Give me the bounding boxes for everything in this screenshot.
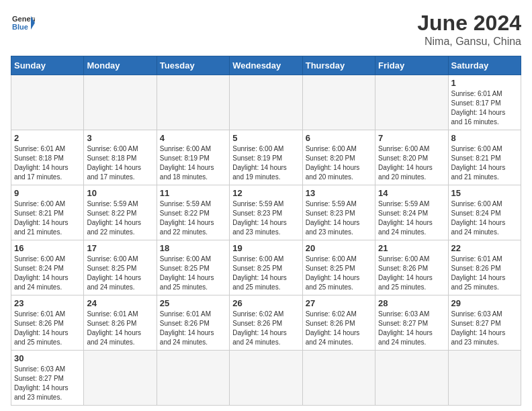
day-info: Sunrise: 6:00 AM Sunset: 8:24 PM Dayligh…	[451, 199, 518, 237]
location-subtitle: Nima, Gansu, China	[417, 36, 521, 48]
day-number: 11	[160, 188, 226, 198]
day-number: 12	[232, 188, 299, 198]
logo-icon: General Blue	[11, 11, 35, 35]
calendar-cell	[302, 75, 375, 130]
weekday-header-row: SundayMondayTuesdayWednesdayThursdayFrid…	[11, 56, 521, 75]
svg-text:Blue: Blue	[12, 23, 28, 31]
title-area: June 2024 Nima, Gansu, China	[417, 11, 521, 48]
day-info: Sunrise: 6:00 AM Sunset: 8:25 PM Dayligh…	[306, 255, 372, 292]
calendar-cell: 11Sunrise: 5:59 AM Sunset: 8:22 PM Dayli…	[157, 185, 229, 240]
day-info: Sunrise: 6:03 AM Sunset: 8:27 PM Dayligh…	[378, 310, 445, 347]
day-number: 25	[160, 298, 226, 308]
day-info: Sunrise: 6:02 AM Sunset: 8:26 PM Dayligh…	[306, 310, 372, 347]
calendar-cell: 24Sunrise: 6:01 AM Sunset: 8:26 PM Dayli…	[84, 295, 157, 351]
day-number: 30	[14, 353, 81, 363]
calendar-cell	[230, 351, 302, 406]
calendar-table: SundayMondayTuesdayWednesdayThursdayFrid…	[11, 56, 521, 406]
day-info: Sunrise: 6:01 AM Sunset: 8:17 PM Dayligh…	[451, 89, 518, 127]
calendar-cell: 5Sunrise: 6:00 AM Sunset: 8:19 PM Daylig…	[230, 130, 302, 185]
day-info: Sunrise: 6:03 AM Sunset: 8:27 PM Dayligh…	[451, 310, 518, 347]
day-info: Sunrise: 6:00 AM Sunset: 8:25 PM Dayligh…	[232, 255, 299, 292]
month-title: June 2024	[417, 11, 521, 36]
day-number: 20	[306, 243, 372, 253]
calendar-cell	[157, 75, 229, 130]
day-number: 6	[306, 133, 372, 143]
day-number: 15	[451, 188, 518, 198]
header: General Blue June 2024 Nima, Gansu, Chin…	[11, 11, 521, 48]
day-info: Sunrise: 5:59 AM Sunset: 8:22 PM Dayligh…	[160, 199, 226, 237]
day-info: Sunrise: 6:00 AM Sunset: 8:19 PM Dayligh…	[160, 144, 226, 182]
calendar-cell: 17Sunrise: 6:00 AM Sunset: 8:25 PM Dayli…	[84, 240, 157, 295]
calendar-week-2: 2Sunrise: 6:01 AM Sunset: 8:18 PM Daylig…	[11, 130, 521, 185]
calendar-cell	[157, 351, 229, 406]
calendar-cell: 1Sunrise: 6:01 AM Sunset: 8:17 PM Daylig…	[448, 75, 521, 130]
calendar-week-5: 23Sunrise: 6:01 AM Sunset: 8:26 PM Dayli…	[11, 295, 521, 351]
day-info: Sunrise: 6:01 AM Sunset: 8:26 PM Dayligh…	[14, 310, 81, 347]
day-number: 21	[378, 243, 445, 253]
calendar-cell: 27Sunrise: 6:02 AM Sunset: 8:26 PM Dayli…	[302, 295, 375, 351]
day-number: 17	[87, 243, 153, 253]
calendar-cell	[375, 75, 448, 130]
calendar-cell: 10Sunrise: 5:59 AM Sunset: 8:22 PM Dayli…	[84, 185, 157, 240]
day-info: Sunrise: 6:00 AM Sunset: 8:19 PM Dayligh…	[232, 144, 299, 182]
day-info: Sunrise: 5:59 AM Sunset: 8:23 PM Dayligh…	[306, 199, 372, 237]
calendar-cell	[84, 75, 157, 130]
day-number: 13	[306, 188, 372, 198]
day-number: 7	[378, 133, 445, 143]
calendar-cell	[448, 351, 521, 406]
day-info: Sunrise: 6:00 AM Sunset: 8:25 PM Dayligh…	[87, 255, 153, 292]
calendar-cell	[11, 75, 84, 130]
weekday-tuesday: Tuesday	[157, 56, 229, 75]
weekday-sunday: Sunday	[11, 56, 84, 75]
logo: General Blue	[11, 11, 35, 35]
calendar-cell: 7Sunrise: 6:00 AM Sunset: 8:20 PM Daylig…	[375, 130, 448, 185]
calendar-cell: 29Sunrise: 6:03 AM Sunset: 8:27 PM Dayli…	[448, 295, 521, 351]
calendar-cell: 16Sunrise: 6:00 AM Sunset: 8:24 PM Dayli…	[11, 240, 84, 295]
day-info: Sunrise: 6:03 AM Sunset: 8:27 PM Dayligh…	[14, 365, 81, 402]
calendar-cell: 22Sunrise: 6:01 AM Sunset: 8:26 PM Dayli…	[448, 240, 521, 295]
day-info: Sunrise: 5:59 AM Sunset: 8:24 PM Dayligh…	[378, 199, 445, 237]
day-number: 5	[232, 133, 299, 143]
day-number: 24	[87, 298, 153, 308]
weekday-thursday: Thursday	[302, 56, 375, 75]
day-info: Sunrise: 6:00 AM Sunset: 8:20 PM Dayligh…	[378, 144, 445, 182]
day-number: 2	[14, 133, 81, 143]
calendar-cell: 13Sunrise: 5:59 AM Sunset: 8:23 PM Dayli…	[302, 185, 375, 240]
day-number: 22	[451, 243, 518, 253]
day-number: 14	[378, 188, 445, 198]
calendar-cell: 25Sunrise: 6:01 AM Sunset: 8:26 PM Dayli…	[157, 295, 229, 351]
weekday-friday: Friday	[375, 56, 448, 75]
day-number: 26	[232, 298, 299, 308]
day-number: 1	[451, 78, 518, 88]
day-number: 27	[306, 298, 372, 308]
day-info: Sunrise: 6:00 AM Sunset: 8:26 PM Dayligh…	[378, 255, 445, 292]
calendar-cell: 30Sunrise: 6:03 AM Sunset: 8:27 PM Dayli…	[11, 351, 84, 406]
day-info: Sunrise: 6:00 AM Sunset: 8:25 PM Dayligh…	[160, 255, 226, 292]
calendar-week-3: 9Sunrise: 6:00 AM Sunset: 8:21 PM Daylig…	[11, 185, 521, 240]
calendar-cell: 18Sunrise: 6:00 AM Sunset: 8:25 PM Dayli…	[157, 240, 229, 295]
calendar-cell: 23Sunrise: 6:01 AM Sunset: 8:26 PM Dayli…	[11, 295, 84, 351]
calendar-cell	[84, 351, 157, 406]
calendar-cell: 28Sunrise: 6:03 AM Sunset: 8:27 PM Dayli…	[375, 295, 448, 351]
day-number: 23	[14, 298, 81, 308]
day-number: 18	[160, 243, 226, 253]
calendar-week-6: 30Sunrise: 6:03 AM Sunset: 8:27 PM Dayli…	[11, 351, 521, 406]
day-info: Sunrise: 6:00 AM Sunset: 8:18 PM Dayligh…	[87, 144, 153, 182]
day-info: Sunrise: 6:02 AM Sunset: 8:26 PM Dayligh…	[232, 310, 299, 347]
day-info: Sunrise: 6:01 AM Sunset: 8:26 PM Dayligh…	[87, 310, 153, 347]
day-number: 9	[14, 188, 81, 198]
calendar-cell: 3Sunrise: 6:00 AM Sunset: 8:18 PM Daylig…	[84, 130, 157, 185]
calendar-week-4: 16Sunrise: 6:00 AM Sunset: 8:24 PM Dayli…	[11, 240, 521, 295]
calendar-cell	[375, 351, 448, 406]
weekday-wednesday: Wednesday	[230, 56, 302, 75]
day-number: 3	[87, 133, 153, 143]
weekday-saturday: Saturday	[448, 56, 521, 75]
calendar-cell: 2Sunrise: 6:01 AM Sunset: 8:18 PM Daylig…	[11, 130, 84, 185]
calendar-cell: 6Sunrise: 6:00 AM Sunset: 8:20 PM Daylig…	[302, 130, 375, 185]
day-info: Sunrise: 6:00 AM Sunset: 8:24 PM Dayligh…	[14, 255, 81, 292]
day-number: 16	[14, 243, 81, 253]
day-number: 10	[87, 188, 153, 198]
calendar-cell: 19Sunrise: 6:00 AM Sunset: 8:25 PM Dayli…	[230, 240, 302, 295]
day-info: Sunrise: 6:01 AM Sunset: 8:26 PM Dayligh…	[160, 310, 226, 347]
calendar-cell	[230, 75, 302, 130]
